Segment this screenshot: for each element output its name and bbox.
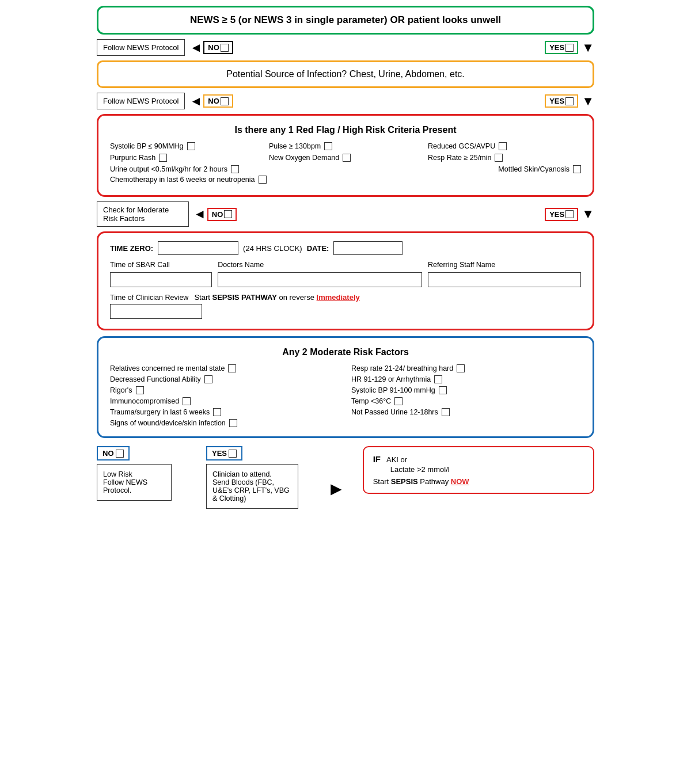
checkbox-wound[interactable] bbox=[229, 419, 237, 427]
moderate-temp: Temp <36°C bbox=[351, 397, 581, 405]
check-moderate-box: Check for Moderate Risk Factors bbox=[97, 201, 189, 227]
yes-button-3[interactable]: YES bbox=[545, 208, 578, 221]
yes-outcome-checkbox[interactable] bbox=[229, 450, 237, 458]
moderate-systolic: Systolic BP 91-100 mmHg bbox=[351, 386, 581, 394]
checkbox-mottled[interactable] bbox=[573, 165, 581, 173]
no-branch-2: Follow NEWS Protocol ◄ NO bbox=[97, 93, 233, 109]
no-button-2[interactable]: NO bbox=[203, 94, 233, 108]
start-sepsis-bold: SEPSIS bbox=[391, 477, 418, 486]
moderate-wound: Signs of wound/device/skin infection bbox=[110, 419, 340, 427]
doctor-label: Doctors Name bbox=[218, 261, 422, 269]
moderate-risk-box: Any 2 Moderate Risk Factors Relatives co… bbox=[97, 336, 594, 438]
criteria-grid: Systolic BP ≤ 90MMHg Pulse ≥ 130bpm Redu… bbox=[110, 142, 581, 162]
checkbox-temp[interactable] bbox=[394, 397, 403, 405]
down-arrow-icon-1: ▼ bbox=[582, 40, 594, 55]
checkbox-purpuric[interactable] bbox=[159, 154, 167, 162]
left-arrow-icon-3: ◄ bbox=[193, 207, 206, 222]
date-input[interactable] bbox=[333, 241, 403, 255]
clock-label: (24 HRS CLOCK) bbox=[243, 244, 302, 253]
sbar-input[interactable] bbox=[110, 272, 212, 287]
yes-branch-3: YES ▼ bbox=[545, 207, 594, 222]
checkbox-chemo[interactable] bbox=[259, 176, 267, 184]
yes-decision-button[interactable]: YES bbox=[206, 446, 242, 460]
criteria-systolic-bp: Systolic BP ≤ 90MMHg bbox=[110, 142, 263, 150]
news-criteria-box: NEWS ≥ 5 (or NEWS 3 in single parameter)… bbox=[97, 6, 594, 35]
down-arrow-icon-2: ▼ bbox=[582, 94, 594, 109]
moderate-trauma: Trauma/surgery in last 6 weeks bbox=[110, 408, 340, 416]
bottom-section: NO Low RiskFollow NEWSProtocol. YES Clin… bbox=[97, 446, 594, 509]
moderate-left-col: Relatives concerned re mental state Decr… bbox=[110, 364, 340, 427]
left-arrow-icon-1: ◄ bbox=[189, 40, 202, 55]
moderate-rigors: Rigor's bbox=[110, 386, 340, 394]
no-arrow-2: ◄ NO bbox=[189, 94, 233, 109]
checkbox-oxygen[interactable] bbox=[343, 154, 351, 162]
yes-branch-2: YES ▼ bbox=[545, 94, 594, 109]
left-arrow-icon-2: ◄ bbox=[189, 94, 202, 109]
no-checkbox-3[interactable] bbox=[224, 210, 232, 218]
checkbox-urine-passed[interactable] bbox=[442, 408, 450, 416]
checkbox-trauma[interactable] bbox=[213, 408, 221, 416]
doctor-input[interactable] bbox=[218, 272, 422, 287]
no-branch-3: Check for Moderate Risk Factors ◄ NO bbox=[97, 201, 237, 227]
no-branch-1: Follow NEWS Protocol ◄ NO bbox=[97, 39, 233, 56]
checkbox-urine[interactable] bbox=[231, 165, 239, 173]
moderate-functional: Decreased Functional Ability bbox=[110, 375, 340, 383]
no-button-1[interactable]: NO bbox=[203, 41, 233, 54]
criteria-urine: Urine output <0.5ml/kg/hr for 2 hours Mo… bbox=[110, 165, 581, 173]
no-button-3[interactable]: NO bbox=[207, 208, 237, 221]
checkbox-rigors[interactable] bbox=[136, 386, 144, 394]
clinician-input[interactable] bbox=[110, 304, 202, 319]
check-moderate-text: Check for Moderate Risk Factors bbox=[103, 205, 169, 223]
checkbox-relatives[interactable] bbox=[228, 364, 236, 372]
red-flag-box: Is there any 1 Red Flag / High Risk Crit… bbox=[97, 114, 594, 197]
time-zero-input[interactable] bbox=[158, 241, 238, 255]
no-checkbox-2[interactable] bbox=[221, 97, 229, 105]
yes-button-1[interactable]: YES bbox=[545, 41, 578, 54]
low-risk-box: Low RiskFollow NEWSProtocol. bbox=[97, 464, 172, 501]
checkbox-pulse[interactable] bbox=[324, 142, 332, 150]
checkbox-gcs[interactable] bbox=[499, 142, 507, 150]
criteria-pulse: Pulse ≥ 130bpm bbox=[269, 142, 422, 150]
time-zero-box: TIME ZERO: (24 HRS CLOCK) DATE: Time of … bbox=[97, 231, 594, 330]
decision-row-1: Follow NEWS Protocol ◄ NO YES ▼ bbox=[97, 39, 594, 56]
moderate-grid: Relatives concerned re mental state Decr… bbox=[110, 364, 581, 427]
checkbox-systolic[interactable] bbox=[187, 142, 195, 150]
no-outcome-section: NO Low RiskFollow NEWSProtocol. bbox=[97, 446, 189, 501]
criteria-resp-rate: Resp Rate ≥ 25/min bbox=[428, 154, 581, 162]
time-zero-label: TIME ZERO: bbox=[110, 244, 153, 253]
checkbox-mod-resp[interactable] bbox=[457, 364, 465, 372]
no-outcome-checkbox[interactable] bbox=[116, 450, 124, 458]
criteria-chemo: Chemotherapy in last 6 weeks or neutrope… bbox=[110, 176, 581, 184]
start-sepsis-mid: Pathway bbox=[418, 477, 451, 486]
aki-text: AKI or bbox=[386, 455, 407, 464]
red-flag-title: Is there any 1 Red Flag / High Risk Crit… bbox=[110, 125, 581, 135]
clinician-review-label: Time of Clinician Review bbox=[110, 294, 188, 302]
no-decision-button[interactable]: NO bbox=[97, 446, 130, 460]
yes-button-2[interactable]: YES bbox=[545, 94, 578, 108]
referring-input[interactable] bbox=[428, 272, 581, 287]
checkbox-functional[interactable] bbox=[204, 375, 212, 383]
infection-source-box: Potential Source of Infection? Chest, Ur… bbox=[97, 60, 594, 88]
moderate-relatives: Relatives concerned re mental state bbox=[110, 364, 340, 372]
yes-outcome-section: YES Clinician to attend.Send Bloods (FBC… bbox=[206, 446, 310, 509]
clinician-row: Time of Clinician Review Start SEPSIS PA… bbox=[110, 293, 581, 302]
checkbox-resp[interactable] bbox=[495, 154, 503, 162]
moderate-hr: HR 91-129 or Arrhythmia bbox=[351, 375, 581, 383]
decision-row-2: Follow NEWS Protocol ◄ NO YES ▼ bbox=[97, 93, 594, 109]
staff-labels-row: Time of SBAR Call Doctors Name Referring… bbox=[110, 261, 581, 269]
moderate-right-col: Resp rate 21-24/ breathing hard HR 91-12… bbox=[351, 364, 581, 427]
follow-news-protocol-2: Follow NEWS Protocol bbox=[97, 93, 185, 109]
sbar-label: Time of SBAR Call bbox=[110, 261, 212, 269]
checkbox-hr[interactable] bbox=[434, 375, 442, 383]
date-label: DATE: bbox=[307, 244, 329, 253]
yes-checkbox-3[interactable] bbox=[565, 210, 574, 218]
yes-checkbox-2[interactable] bbox=[565, 97, 574, 105]
right-arrow-icon: ► bbox=[327, 455, 346, 500]
checkbox-mod-systolic[interactable] bbox=[439, 386, 447, 394]
checkbox-immuno[interactable] bbox=[183, 397, 191, 405]
immediately-text: Immediately bbox=[317, 293, 360, 302]
yes-checkbox-1[interactable] bbox=[565, 44, 574, 52]
no-checkbox-1[interactable] bbox=[221, 44, 229, 52]
criteria-gcs: Reduced GCS/AVPU bbox=[428, 142, 581, 150]
if-sepsis-box: IF AKI or Lactate >2 mmol/l Start SEPSIS… bbox=[363, 446, 594, 494]
